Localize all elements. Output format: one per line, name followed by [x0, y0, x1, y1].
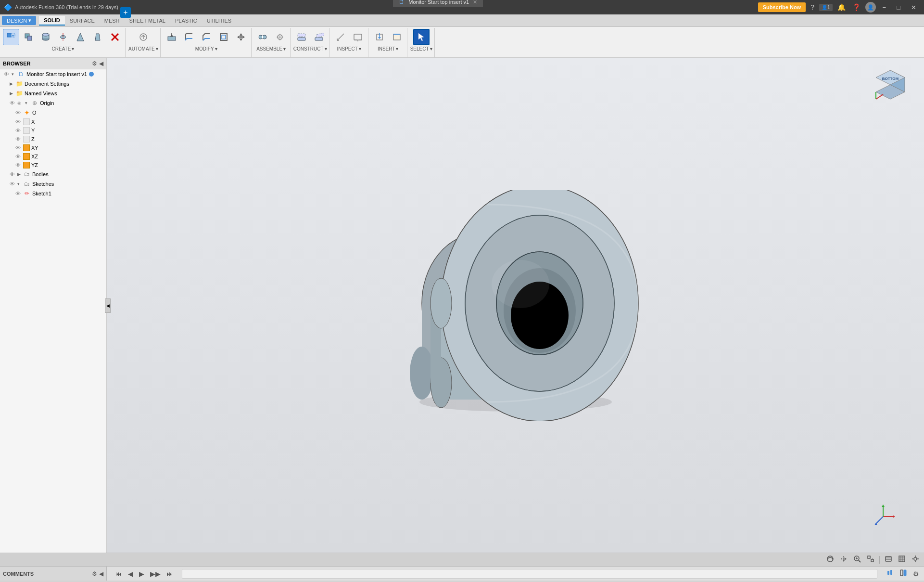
eye-xy-icon[interactable]: 👁: [15, 145, 22, 151]
tab-surface[interactable]: SURFACE: [65, 16, 100, 25]
new-component-button[interactable]: [3, 29, 19, 45]
tab-solid[interactable]: SOLID: [39, 16, 65, 26]
help-icon[interactable]: ?: [809, 2, 816, 12]
fillet-button[interactable]: [181, 29, 197, 45]
tree-item-o[interactable]: 👁 ✦ O: [0, 108, 106, 117]
construct-arrow-icon[interactable]: ▾: [325, 46, 327, 52]
chamfer-button[interactable]: [198, 29, 215, 45]
joint-origin-button[interactable]: [272, 29, 288, 45]
tree-item-xz[interactable]: 👁 XZ: [0, 152, 106, 161]
eye-sketch1-icon[interactable]: 👁: [15, 191, 22, 196]
tree-item-doc-settings[interactable]: ▶ 📁 Document Settings: [0, 79, 106, 89]
pan-button[interactable]: [838, 554, 849, 565]
move-button[interactable]: [233, 29, 249, 45]
insert-button[interactable]: [371, 29, 388, 45]
expand-origin-icon[interactable]: ▾: [25, 101, 31, 105]
eye-z-icon[interactable]: 👁: [15, 136, 22, 142]
step-forward-button[interactable]: ▶▶: [148, 569, 163, 579]
user-count-icon[interactable]: 👤1: [819, 4, 833, 11]
shell-button[interactable]: [215, 29, 232, 45]
comments-settings-icon[interactable]: ⚙: [92, 570, 97, 577]
tab-mesh[interactable]: MESH: [100, 16, 125, 25]
close-button[interactable]: ✕: [907, 3, 920, 12]
grid-button[interactable]: [896, 554, 908, 565]
offset-plane-button[interactable]: [293, 29, 310, 45]
eye-origin-icon[interactable]: 👁: [10, 100, 16, 106]
insert-arrow-icon[interactable]: ▾: [396, 46, 398, 52]
step-back-button[interactable]: ◀: [126, 569, 135, 579]
go-to-start-button[interactable]: ⏮: [114, 569, 124, 579]
eye-xz-icon[interactable]: 👁: [15, 154, 22, 159]
tab-plastic[interactable]: PLASTIC: [170, 16, 202, 25]
tree-item-xy[interactable]: 👁 XY: [0, 143, 106, 152]
user-avatar-icon[interactable]: 👤: [865, 2, 876, 13]
create-arrow-icon[interactable]: ▾: [72, 46, 74, 52]
canvas-button[interactable]: [389, 29, 405, 45]
timeline-settings-button[interactable]: [884, 568, 896, 579]
keyframe-button[interactable]: [898, 568, 909, 579]
inspect-arrow-icon[interactable]: ▾: [359, 46, 361, 52]
select-button[interactable]: [413, 29, 430, 45]
display-mode-button[interactable]: [883, 554, 894, 565]
comments-collapse-icon[interactable]: ◀: [99, 570, 103, 577]
timeline-options-button[interactable]: ⚙: [911, 569, 921, 579]
design-menu-button[interactable]: DESIGN ▾: [2, 16, 36, 25]
bell-icon[interactable]: 🔔: [835, 2, 848, 12]
orbit-button[interactable]: [824, 554, 836, 565]
expand-root-icon[interactable]: ▾: [12, 72, 17, 77]
delete-button[interactable]: [107, 29, 123, 45]
revolve-button[interactable]: [55, 29, 71, 45]
press-pull-button[interactable]: [164, 29, 180, 45]
select-arrow-icon[interactable]: ▾: [430, 46, 432, 52]
tree-item-y[interactable]: 👁 Y: [0, 126, 106, 135]
tree-item-named-views[interactable]: ▶ 📁 Named Views: [0, 89, 106, 98]
eye-sketches-icon[interactable]: 👁: [10, 181, 16, 187]
sidebar-settings-icon[interactable]: ⚙: [92, 60, 97, 67]
new-body-button[interactable]: [20, 29, 37, 45]
question-icon[interactable]: ❓: [850, 2, 862, 12]
viewport[interactable]: BOTTOM: [107, 58, 924, 553]
eye-o-icon[interactable]: 👁: [15, 110, 22, 116]
expand-named-views-icon[interactable]: ▶: [10, 91, 15, 96]
zoom-button[interactable]: [851, 554, 863, 565]
extrude-button[interactable]: [38, 29, 54, 45]
eye-x-icon[interactable]: 👁: [15, 119, 22, 125]
subscribe-button[interactable]: Subscribe Now: [758, 2, 806, 12]
fit-button[interactable]: [865, 554, 876, 565]
tree-item-origin[interactable]: 👁 ◉ ▾ ⊕ Origin: [0, 98, 106, 108]
eye2-origin-icon[interactable]: ◉: [17, 101, 24, 105]
file-tab[interactable]: 🗋 Monitor Start top insert v1 ✕: [393, 0, 483, 7]
file-tab-close-icon[interactable]: ✕: [473, 0, 477, 5]
measure-button[interactable]: [332, 29, 349, 45]
automate-arrow-icon[interactable]: ▾: [156, 46, 158, 52]
tree-item-root[interactable]: 👁 ▾ 🗋 Monitor Start top insert v1: [0, 69, 106, 79]
expand-sketches-icon[interactable]: ▾: [17, 181, 23, 186]
eye-y-icon[interactable]: 👁: [15, 128, 22, 133]
plane-angle-button[interactable]: [311, 29, 327, 45]
expand-doc-settings-icon[interactable]: ▶: [10, 81, 15, 86]
automate-button[interactable]: [135, 29, 152, 45]
play-button[interactable]: ▶: [137, 569, 146, 579]
eye-root-icon[interactable]: 👁: [4, 71, 11, 77]
tab-sheet-metal[interactable]: SHEET METAL: [125, 16, 170, 25]
tree-item-bodies[interactable]: 👁 ▶ 🗂 Bodies: [0, 169, 106, 179]
loft-button[interactable]: [72, 29, 89, 45]
viewcube[interactable]: BOTTOM: [871, 65, 910, 104]
tree-item-sketches[interactable]: 👁 ▾ 🗂 Sketches: [0, 179, 106, 189]
sidebar-collapse-icon[interactable]: ◀: [99, 60, 103, 67]
minimize-button[interactable]: −: [879, 3, 890, 12]
display-settings-button[interactable]: [350, 29, 366, 45]
tree-item-z[interactable]: 👁 Z: [0, 135, 106, 143]
tree-item-sketch1[interactable]: 👁 ✏ Sketch1: [0, 189, 106, 198]
view-options-button[interactable]: [910, 554, 921, 565]
tree-item-x[interactable]: 👁 X: [0, 117, 106, 126]
rib-button[interactable]: [89, 29, 106, 45]
eye-bodies-icon[interactable]: 👁: [10, 171, 16, 177]
modify-arrow-icon[interactable]: ▾: [215, 46, 217, 52]
tab-utilities[interactable]: UTILITIES: [202, 16, 236, 25]
new-joint-button[interactable]: [254, 29, 271, 45]
tree-item-yz[interactable]: 👁 YZ: [0, 161, 106, 169]
eye-yz-icon[interactable]: 👁: [15, 162, 22, 168]
assemble-arrow-icon[interactable]: ▾: [283, 46, 286, 52]
sidebar-collapse-handle[interactable]: ◀: [105, 298, 111, 313]
